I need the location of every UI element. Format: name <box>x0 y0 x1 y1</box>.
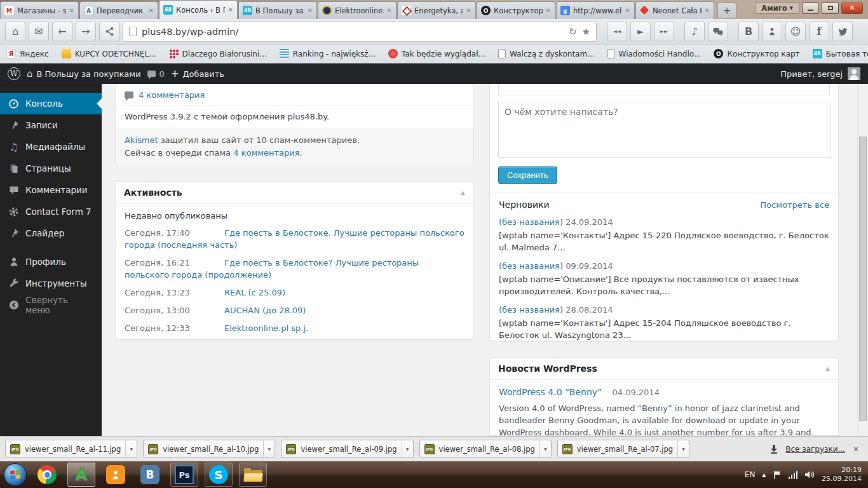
close-icon[interactable]: ✕ <box>149 7 154 14</box>
taskbar-odnoklassniki[interactable] <box>102 463 130 487</box>
bookmark-wiadomosci[interactable]: Wiadomości Handlo... <box>607 49 702 58</box>
close-icon[interactable]: ✕ <box>308 7 313 14</box>
sidebar-item-media[interactable]: ♫ Медиафайлы <box>0 136 102 158</box>
news-post-link[interactable]: WordPress 4.0 “Benny” <box>499 387 602 397</box>
tab-translator[interactable]: А Переводчик G ✕ <box>79 1 158 19</box>
wordpress-logo-icon[interactable]: W <box>8 67 20 80</box>
minimize-button[interactable] <box>802 3 819 14</box>
post-link[interactable]: Elektroonline.pl sp.j. <box>224 323 308 333</box>
admin-bar-site-link[interactable]: ⌂ В Польшу за покупками <box>27 68 141 79</box>
url-bar[interactable]: plus48.by/wp-admin/ ↻ ★ <box>123 22 597 42</box>
admin-bar-comments[interactable]: 0 <box>147 69 165 79</box>
media-forward-button[interactable]: ►► <box>654 22 674 41</box>
activity-header[interactable]: Активность ▲ <box>116 182 473 204</box>
chat-button[interactable] <box>708 22 728 41</box>
volume-icon[interactable] <box>804 470 815 479</box>
bookmark-kupcy[interactable]: KUPCY ODETCHNĘL... <box>62 49 156 58</box>
refresh-icon[interactable]: ↻ <box>569 26 577 37</box>
taskbar-vk[interactable]: B <box>136 463 164 487</box>
download-item[interactable]: JPG viewer_small_Re_al-07.jpg ▼ <box>557 440 689 458</box>
bookmark-star-icon[interactable]: ★ <box>582 26 590 37</box>
all-downloads-link[interactable]: Все загрузки... <box>785 445 845 454</box>
news-header[interactable]: Новости WordPress ▲ <box>490 358 838 380</box>
bookmark-ranking[interactable]: Ranking - najwięksż... <box>280 49 376 58</box>
sidebar-item-slider[interactable]: Слайдер <box>0 222 102 244</box>
admin-bar-new-content[interactable]: + Добавить <box>171 68 224 79</box>
tab-gmail-shops[interactable]: M Магазины - s ✕ <box>0 1 79 19</box>
collapse-toggle-icon[interactable]: ▲ <box>825 365 830 372</box>
draft-content-textarea[interactable] <box>498 102 831 158</box>
download-menu-caret[interactable]: ▼ <box>539 440 551 458</box>
tab-elektroonline[interactable]: Elektroonline.p ✕ <box>318 1 397 19</box>
draft-title-input[interactable] <box>498 85 830 95</box>
comments-count-link[interactable]: 4 комментария <box>139 90 205 100</box>
browser-scrollbar[interactable] <box>857 84 868 436</box>
download-menu-caret[interactable]: ▼ <box>677 440 689 458</box>
show-hidden-icons[interactable]: ▲ <box>762 472 766 478</box>
back-button[interactable]: ← <box>52 22 72 41</box>
taskbar-photoshop[interactable]: Ps <box>170 463 198 487</box>
share-button[interactable] <box>99 22 119 41</box>
taskbar-chrome[interactable] <box>33 463 61 487</box>
bookmark-walcza[interactable]: Walczą z dyskontam... <box>498 49 595 58</box>
download-item[interactable]: JPG viewer_small_Re_al-08.jpg ▼ <box>419 440 552 458</box>
new-tab-button[interactable]: + <box>717 3 736 18</box>
twitter-button[interactable] <box>832 22 853 41</box>
network-signal-icon[interactable] <box>789 471 798 479</box>
scrollbar-thumb[interactable] <box>859 137 867 421</box>
download-menu-caret[interactable]: ▼ <box>125 440 137 458</box>
download-item[interactable]: JPG viewer_small_Re_al-09.jpg ▼ <box>281 440 413 458</box>
bookmark-constructor[interactable]: O Конструктор карт <box>714 49 799 58</box>
close-icon[interactable]: ✕ <box>228 6 233 13</box>
url-text[interactable]: plus48.by/wp-admin/ <box>142 27 564 37</box>
tab-neonet[interactable]: Neonet Cała P ✕ <box>635 1 714 19</box>
close-icon[interactable]: ✕ <box>387 7 392 14</box>
download-item[interactable]: JPG viewer_small_Re_al-11.jpg ▼ <box>5 440 137 458</box>
akismet-link[interactable]: Akismet <box>125 135 158 145</box>
language-indicator[interactable]: EN <box>745 470 756 479</box>
view-all-drafts-link[interactable]: Посмотреть все <box>760 200 829 210</box>
media-play-button[interactable]: ► <box>630 22 651 41</box>
vk-button[interactable]: B <box>738 22 759 41</box>
sidebar-item-contact-form-7[interactable]: Contact Form 7 <box>0 201 102 222</box>
bookmark-dlaczego[interactable]: Dlaczego Białorusini... <box>169 49 267 58</box>
download-menu-caret[interactable]: ▼ <box>402 440 413 458</box>
download-item[interactable]: JPG viewer_small_Re_al-10.jpg ▼ <box>143 440 275 458</box>
bookmark-tak-bedzie[interactable]: Tak będzie wyglądał... <box>388 49 485 58</box>
close-icon[interactable]: ✕ <box>853 445 859 454</box>
post-link[interactable]: REAL (с 25.09) <box>224 288 285 297</box>
sidebar-item-posts[interactable]: Записи <box>0 114 102 136</box>
music-button[interactable]: ♪ <box>684 22 705 41</box>
home-button[interactable]: ⌂ <box>5 22 25 41</box>
sidebar-item-collapse-menu[interactable]: Свернуть меню <box>0 294 102 316</box>
sidebar-item-profile[interactable]: Профиль <box>0 251 102 273</box>
tab-energetyka[interactable]: Energetyka, au ✕ <box>397 1 476 19</box>
sidebar-item-tools[interactable]: Инструменты <box>0 273 102 294</box>
close-window-button[interactable]: ✕ <box>841 3 863 14</box>
sidebar-item-comments[interactable]: Комментарии <box>0 179 102 201</box>
taskbar-amigo[interactable]: A <box>67 463 95 487</box>
tab-constructor[interactable]: O Конструктор ✕ <box>477 1 555 19</box>
admin-bar-account[interactable]: Привет, sergej <box>780 67 860 80</box>
bookmark-bytovaya[interactable]: 48 Бытовая техника <box>813 49 868 58</box>
taskbar-skype[interactable]: S <box>205 463 233 487</box>
save-draft-button[interactable]: Сохранить <box>498 166 557 184</box>
action-center-flag-icon[interactable] <box>773 470 782 480</box>
bookmark-yandex[interactable]: Я Яндекс <box>6 49 49 58</box>
tab-poland-blog[interactable]: 48 В Польшу за ✕ <box>238 1 317 19</box>
close-icon[interactable]: ✕ <box>466 7 471 14</box>
amigo-menu-button[interactable]: Амиго ▼ <box>755 2 799 14</box>
draft-title-link[interactable]: (без названия) <box>499 305 563 315</box>
collapse-toggle-icon[interactable]: ▲ <box>461 189 465 196</box>
start-button[interactable] <box>4 463 27 486</box>
forward-button[interactable]: → <box>76 22 96 41</box>
spam-queue-link[interactable]: 4 комментария <box>233 148 299 158</box>
close-icon[interactable]: ✕ <box>546 7 551 14</box>
taskbar-clock[interactable]: 20:19 25.09.2014 HZ.BY <box>822 466 862 484</box>
tab-wp-console[interactable]: 48 Консоль ‹ В П ✕ <box>159 0 238 19</box>
sidebar-item-dashboard[interactable]: Консоль <box>0 93 102 114</box>
maximize-button[interactable] <box>822 3 839 14</box>
draft-title-link[interactable]: (без названия) <box>499 261 563 271</box>
post-link[interactable]: AUCHAN (до 28.09) <box>224 306 306 315</box>
draft-title-link[interactable]: (без названия) <box>499 217 563 227</box>
